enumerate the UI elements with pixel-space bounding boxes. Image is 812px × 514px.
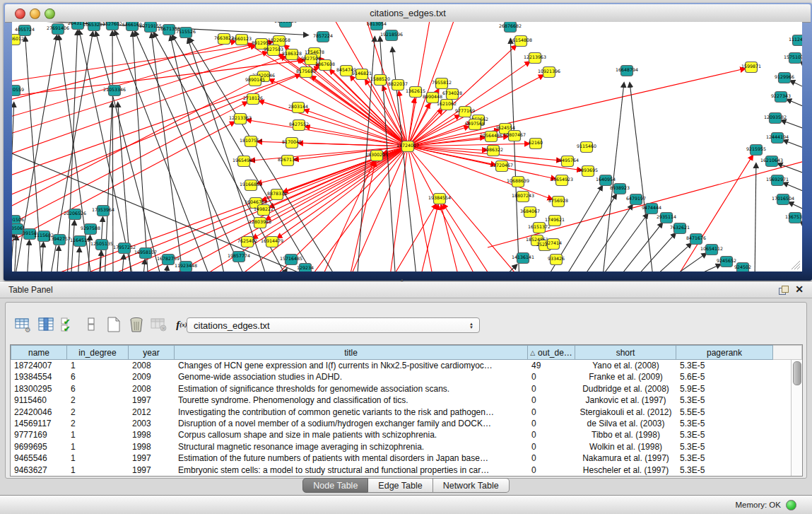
table-cell[interactable]: Estimation of significance thresholds fo… [175, 383, 528, 395]
table-cell[interactable]: 5.3E-5 [676, 360, 773, 371]
table-cell[interactable]: Estimation of the future numbers of pati… [175, 452, 528, 464]
table-cell[interactable]: Corpus callosum shape and size in male p… [175, 429, 528, 440]
table-cell[interactable]: 1 [67, 452, 129, 464]
table-cell[interactable]: 5.5E-5 [676, 407, 773, 418]
table-cell[interactable]: 0 [528, 465, 575, 476]
table-cell[interactable]: 9699695 [11, 441, 67, 452]
table-cell[interactable]: 5.3E-5 [676, 452, 773, 464]
column-header-out_de[interactable]: △out_de… [528, 345, 575, 360]
table-cell[interactable]: Stergiakouli et al. (2012) [575, 407, 676, 418]
network-window-titlebar[interactable]: citations_edges.txt [5, 4, 811, 23]
table-cell[interactable]: 2003 [129, 418, 175, 429]
select-columns-icon[interactable] [36, 315, 56, 334]
table-cell[interactable]: 2 [67, 407, 129, 418]
table-cell[interactable]: 2008 [129, 360, 175, 371]
column-header-year[interactable]: year [129, 345, 175, 360]
table-cell[interactable]: 1 [67, 429, 129, 440]
table-cell[interactable]: 2 [67, 418, 129, 429]
table-cell[interactable]: Yano et al. (2008) [575, 360, 676, 371]
table-cell[interactable]: de Silva et al. (2003) [575, 418, 676, 429]
table-cell[interactable]: Investigating the contribution of common… [175, 407, 528, 418]
table-cell[interactable]: 18724007 [11, 360, 67, 371]
select-rows-icon[interactable]: ✔✔ [59, 315, 78, 334]
table-row[interactable]: 1938455462009Genome-wide association stu… [11, 371, 792, 382]
table-cell[interactable]: 1997 [129, 395, 175, 406]
table-row[interactable]: 1456911722003Disruption of a novel membe… [11, 418, 792, 429]
resize-grip-icon[interactable] [792, 261, 800, 269]
table-cell[interactable]: 0 [528, 395, 575, 406]
table-cell[interactable]: Genome-wide association studies in ADHD. [175, 371, 528, 382]
table-row[interactable]: 911546021997Tourette syndrome. Phenomeno… [11, 395, 792, 406]
table-cell[interactable]: Dudbridge et al. (2008) [575, 383, 676, 395]
table-row[interactable]: 1872400712008Changes of HCN gene express… [11, 360, 792, 371]
table-settings-icon[interactable]: ⚙ [13, 315, 33, 334]
table-cell[interactable]: Disruption of a novel member of a sodium… [175, 418, 528, 429]
table-cell[interactable]: 0 [528, 452, 575, 464]
table-cell[interactable]: 5.9E-5 [676, 383, 773, 395]
table-cell[interactable]: 0 [528, 441, 575, 452]
table-cell[interactable]: 0 [528, 418, 575, 429]
close-panel-icon[interactable]: ✕ [795, 284, 804, 295]
table-cell[interactable]: Hescheler et al. (1997) [575, 465, 676, 476]
float-panel-icon[interactable] [779, 286, 789, 295]
tab-edge-table[interactable]: Edge Table [368, 478, 433, 493]
table-cell[interactable]: 5.3E-5 [676, 441, 773, 452]
table-cell[interactable]: 18300295 [11, 383, 67, 395]
table-cell[interactable]: Jankovic et al. (1997) [575, 395, 676, 406]
network-canvas[interactable]: 4055724276914062043174106532871527602646… [12, 22, 802, 271]
table-cell[interactable]: 0 [528, 429, 575, 440]
table-cell[interactable]: 6 [67, 371, 129, 382]
table-cell[interactable]: 9777169 [11, 429, 67, 440]
table-cell[interactable]: Franke et al. (2009) [575, 371, 676, 382]
table-cell[interactable]: Nakamura et al. (1997) [575, 452, 676, 464]
table-cell[interactable]: 0 [528, 371, 575, 382]
table-cell[interactable]: 2008 [129, 383, 175, 395]
table-row[interactable]: 977716911998Corpus callosum shape and si… [11, 429, 792, 440]
table-cell[interactable]: 2012 [129, 407, 175, 418]
table-cell[interactable]: 1 [67, 360, 129, 371]
table-row[interactable]: 1830029562008Estimation of significance … [11, 383, 792, 395]
delete-table-icon[interactable] [126, 315, 146, 334]
table-cell[interactable]: 22420046 [11, 407, 67, 418]
table-cell[interactable]: Tourette syndrome. Phenomenology and cla… [175, 395, 528, 406]
table-row[interactable]: 946554611997Estimation of the future num… [11, 452, 792, 464]
table-cell[interactable]: 5.3E-5 [676, 429, 773, 440]
column-header-pagerank[interactable]: pagerank [676, 345, 773, 360]
table-cell[interactable]: 1998 [129, 441, 175, 452]
table-cell[interactable]: 1998 [129, 429, 175, 440]
table-cell[interactable]: 19384554 [11, 371, 67, 382]
scrollbar-thumb[interactable] [793, 361, 801, 385]
vertical-scrollbar[interactable] [791, 360, 802, 476]
table-cell[interactable]: 6 [67, 383, 129, 395]
tab-network-table[interactable]: Network Table [433, 478, 510, 493]
table-cell[interactable]: 5.3E-5 [676, 395, 773, 406]
row-height-icon[interactable] [81, 315, 101, 334]
table-cell[interactable]: Wolkin et al. (1998) [575, 441, 676, 452]
table-cell[interactable]: 2009 [129, 371, 175, 382]
new-table-icon[interactable] [104, 315, 124, 334]
table-cell[interactable]: 49 [528, 360, 575, 371]
table-cell[interactable]: 5.3E-5 [676, 465, 773, 476]
table-cell[interactable]: 1997 [129, 465, 175, 476]
table-row[interactable]: 946362711997Embryonic stem cells: a mode… [11, 465, 792, 476]
table-cell[interactable]: Embryonic stem cells: a model to study s… [175, 465, 528, 476]
table-cell[interactable]: Tibbo et al. (1998) [575, 429, 676, 440]
table-cell[interactable]: 0 [528, 383, 575, 395]
table-cell[interactable]: 14569117 [11, 418, 67, 429]
table-cell[interactable]: 9463627 [11, 465, 67, 476]
table-cell[interactable]: 1 [67, 465, 129, 476]
table-cell[interactable]: 2 [67, 395, 129, 406]
table-cell[interactable]: 5.6E-5 [676, 371, 773, 382]
column-header-title[interactable]: title [175, 345, 528, 360]
tab-node-table[interactable]: Node Table [302, 478, 368, 493]
table-cell[interactable]: Changes of HCN gene expression and I(f) … [175, 360, 528, 371]
table-cell[interactable]: Structural magnetic resonance image aver… [175, 441, 528, 452]
table-cell[interactable]: 5.3E-5 [676, 418, 773, 429]
column-header-in_degree[interactable]: in_degree [67, 345, 129, 360]
table-cell[interactable]: 9115460 [11, 395, 67, 406]
table-cell[interactable]: 9465546 [11, 452, 67, 464]
table-selector-dropdown[interactable]: citations_edges.txt ▲▼ [187, 317, 480, 333]
column-header-name[interactable]: name [11, 345, 67, 360]
table-row[interactable]: 2242004622012Investigating the contribut… [11, 407, 792, 418]
column-header-short[interactable]: short [575, 345, 676, 360]
